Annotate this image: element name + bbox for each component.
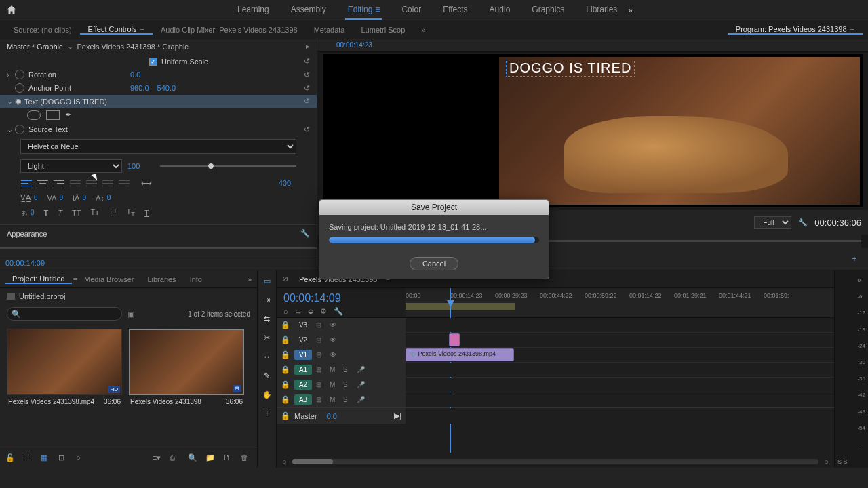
slip-tool-icon[interactable]: ↔ <box>261 350 273 363</box>
auto-sequence-icon[interactable]: ⎙ <box>170 453 181 464</box>
tab-lumetri[interactable]: Lumetri Scop <box>353 26 414 34</box>
reset-icon[interactable]: ↺ <box>304 84 310 93</box>
align-right-icon[interactable] <box>53 178 65 188</box>
faux-bold-icon[interactable]: T <box>44 209 49 217</box>
workspace-effects[interactable]: Effects <box>440 1 470 20</box>
text-overlay[interactable]: DOGGO IS TIRED <box>506 60 635 77</box>
stopwatch-icon[interactable] <box>15 83 24 93</box>
reset-icon[interactable]: ↺ <box>304 57 310 66</box>
all-caps-icon[interactable]: TT <box>72 209 81 217</box>
tab-libraries[interactable]: Libraries <box>140 275 182 283</box>
prop-text-layer[interactable]: ⌄ ◉ Text (DOGGO IS TIRED) ↺ <box>0 95 317 108</box>
workspace-learning[interactable]: Learning <box>235 1 272 20</box>
tab-metadata[interactable]: Metadata <box>306 26 353 34</box>
tab-info[interactable]: Info <box>183 275 209 283</box>
tab-project[interactable]: Project: Untitled <box>5 274 72 284</box>
effect-scrubber[interactable] <box>0 242 317 256</box>
track-label[interactable]: V1 <box>294 350 312 360</box>
mini-timeline[interactable]: 00:00:14:23 <box>317 39 868 52</box>
pen-mask-icon[interactable]: ✒ <box>65 110 71 120</box>
new-bin-from-search-icon[interactable]: ▣ <box>127 310 134 319</box>
tab-menu-icon[interactable]: ≡ <box>138 25 144 33</box>
workspace-editing[interactable]: Editing≡ <box>345 1 383 20</box>
tab-effect-controls[interactable]: Effect Controls ≡ <box>80 25 153 35</box>
razor-tool-icon[interactable]: ✂ <box>261 331 273 344</box>
delete-icon[interactable]: 🗑 <box>241 453 252 464</box>
go-to-next-icon[interactable]: ▶| <box>394 411 401 420</box>
list-view-icon[interactable]: ☰ <box>23 453 34 464</box>
font-family-select[interactable]: Helvetica Neue <box>20 139 296 154</box>
lock-icon[interactable]: 🔒 <box>281 321 290 329</box>
tab-overflow-icon[interactable]: » <box>248 275 252 283</box>
freeform-view-icon[interactable]: ⊡ <box>58 453 69 464</box>
program-monitor[interactable]: DOGGO IS TIRED <box>323 54 863 207</box>
video-clip[interactable]: 📎 Pexels Videos 2431398.mp4 <box>406 348 514 361</box>
track-label[interactable]: V3 <box>294 320 312 330</box>
breadcrumb-master[interactable]: Master * Graphic <box>7 43 63 51</box>
track-label[interactable]: A1 <box>294 365 312 375</box>
tab-audio-mixer[interactable]: Audio Clip Mixer: Pexels Videos 2431398 <box>153 26 306 34</box>
graphic-clip[interactable] <box>449 333 460 346</box>
master-value[interactable]: 0.0 <box>327 412 337 420</box>
sync-lock-icon[interactable]: ⊟ <box>316 321 326 329</box>
resolution-select[interactable]: Full <box>754 216 791 229</box>
bin-item[interactable]: HD Pexels Videos 2431398.mp436:06 <box>7 329 122 443</box>
tracking-icon[interactable]: VA <box>47 194 57 202</box>
tracking-value[interactable]: 400 <box>279 179 291 187</box>
appearance-section[interactable]: Appearance 🔧 <box>0 224 317 242</box>
superscript-icon[interactable]: TT <box>108 207 117 218</box>
marker-icon[interactable]: ⬙ <box>308 307 313 316</box>
kerning-icon[interactable]: V̲A̲ <box>20 193 31 202</box>
icon-view-icon[interactable]: ▦ <box>41 453 52 464</box>
wrench-icon[interactable]: 🔧 <box>334 307 343 316</box>
uniform-scale-checkbox[interactable]: ✓ <box>149 58 157 66</box>
cancel-button[interactable]: Cancel <box>410 257 458 270</box>
hand-tool-icon[interactable]: ✋ <box>261 388 273 401</box>
scroll-right-icon[interactable]: ○ <box>824 458 829 466</box>
stopwatch-icon[interactable] <box>15 70 24 79</box>
workspace-overflow-icon[interactable]: » <box>628 6 632 14</box>
new-bin-icon[interactable]: 📁 <box>205 453 216 464</box>
lock-icon[interactable]: 🔒 <box>281 336 290 344</box>
anchor-x[interactable]: 960.0 <box>130 84 149 92</box>
sort-icon[interactable]: ≡▾ <box>153 453 163 464</box>
baseline-icon[interactable]: A↕ <box>96 194 104 202</box>
reset-icon[interactable]: ↺ <box>304 97 310 106</box>
align-justify-last-left-icon[interactable] <box>69 178 81 188</box>
track-label[interactable]: A3 <box>294 394 312 405</box>
workspace-graphics[interactable]: Graphics <box>529 1 567 20</box>
selection-tool-icon[interactable]: ▭ <box>261 274 273 287</box>
snap-icon[interactable]: ⌕ <box>283 307 288 316</box>
font-weight-select[interactable]: Light <box>20 159 122 173</box>
tab-source[interactable]: Source: (no clips) <box>5 26 80 34</box>
bin-thumbnail[interactable]: ⊞ <box>129 329 244 395</box>
eye-icon[interactable]: 👁 <box>330 321 339 329</box>
workspace-menu-icon[interactable]: ≡ <box>375 5 380 14</box>
track-select-tool-icon[interactable]: ⇥ <box>261 293 273 306</box>
fx-eye-icon[interactable]: ◉ <box>15 97 24 106</box>
align-left-icon[interactable] <box>20 178 33 188</box>
settings-icon[interactable]: 🔧 <box>798 218 808 227</box>
wrench-icon[interactable]: 🔧 <box>300 229 310 238</box>
reset-icon[interactable]: ↺ <box>304 125 310 134</box>
work-area-bar[interactable] <box>406 303 515 310</box>
scroll-left-icon[interactable]: ○ <box>282 458 287 466</box>
faux-italic-icon[interactable]: T <box>58 209 62 217</box>
new-item-icon[interactable]: 🗋 <box>223 453 234 464</box>
timeline-timecode[interactable]: 00:00:14:09 <box>283 292 399 304</box>
workspace-assembly[interactable]: Assembly <box>288 1 329 20</box>
timeline-ruler[interactable]: 00:0000:00:14:2300:00:29:2300:00:44:2200… <box>406 288 834 317</box>
stopwatch-icon[interactable] <box>15 125 24 134</box>
lock-icon[interactable]: 🔒 <box>281 350 290 359</box>
meter-solo-buttons[interactable]: S S <box>837 458 848 465</box>
twirl-icon[interactable]: ⌄ <box>7 125 15 134</box>
workspace-libraries[interactable]: Libraries <box>583 1 620 20</box>
twirl-icon[interactable]: › <box>7 70 15 79</box>
horizontal-scrollbar[interactable] <box>292 459 819 464</box>
workspace-audio[interactable]: Audio <box>487 1 513 20</box>
rect-mask-icon[interactable] <box>46 110 60 120</box>
find-icon[interactable]: 🔍 <box>188 453 199 464</box>
search-input[interactable] <box>7 307 122 321</box>
tsume-icon[interactable]: ぁ <box>20 207 28 218</box>
reset-icon[interactable]: ↺ <box>304 70 310 79</box>
